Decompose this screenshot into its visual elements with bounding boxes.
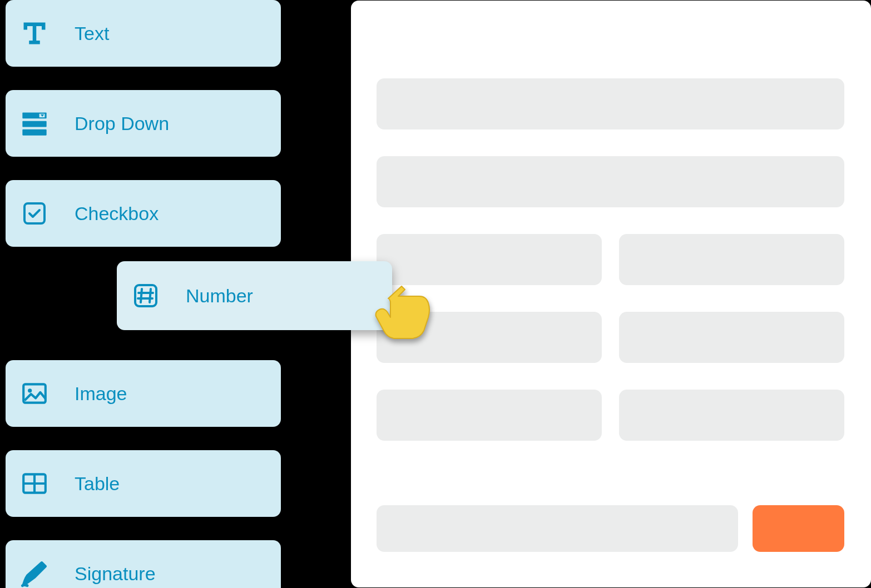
form-canvas[interactable] [351,1,871,587]
palette-item-table[interactable]: Table [6,450,281,517]
svg-rect-10 [135,285,156,306]
svg-point-6 [28,388,32,392]
palette-item-label: Drop Down [75,113,169,134]
form-field-placeholder[interactable] [377,234,602,285]
form-field-placeholder[interactable] [619,390,844,441]
form-field-placeholder[interactable] [377,78,844,129]
palette-item-label: Table [75,473,120,495]
submit-button-placeholder[interactable] [753,505,844,552]
hash-icon [129,279,162,312]
palette-item-signature[interactable]: Signature [6,540,281,588]
form-field-placeholder[interactable] [377,312,602,363]
form-field-placeholder[interactable] [377,505,738,552]
palette-item-label: Checkbox [75,203,159,225]
svg-line-12 [150,289,151,302]
palette-item-image[interactable]: Image [6,360,281,427]
form-field-placeholder[interactable] [619,234,844,285]
signature-icon [18,557,51,588]
svg-rect-4 [24,203,44,223]
palette-item-dropdown[interactable]: Drop Down [6,90,281,157]
palette-item-label: Signature [75,563,156,585]
form-field-placeholder[interactable] [377,156,844,207]
svg-rect-1 [22,121,46,127]
dropdown-icon [18,107,51,140]
table-icon [18,467,51,500]
palette-item-checkbox[interactable]: Checkbox [6,180,281,247]
text-icon [18,17,51,50]
form-field-placeholder[interactable] [377,390,602,441]
svg-rect-2 [22,129,46,136]
dragging-item-label: Number [186,285,253,307]
form-field-placeholder[interactable] [619,312,844,363]
palette-item-label: Text [75,23,109,44]
dragging-palette-item-number[interactable]: Number [117,261,392,330]
palette-item-text[interactable]: Text [6,0,281,67]
palette-item-label: Image [75,383,127,405]
checkbox-icon [18,197,51,230]
image-icon [18,377,51,410]
svg-line-11 [141,289,142,302]
